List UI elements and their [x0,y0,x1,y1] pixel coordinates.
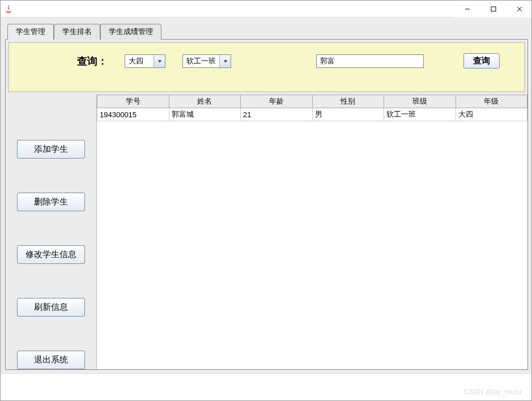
cell-age[interactable]: 21 [241,108,313,121]
delete-student-button[interactable]: 删除学生 [17,193,85,211]
window-controls [454,1,532,18]
cell-id[interactable]: 194300015 [97,108,169,121]
tab-label: 学生排名 [62,27,92,36]
button-label: 刷新信息 [34,302,68,312]
button-label: 添加学生 [34,144,68,153]
query-button[interactable]: 查询 [463,53,500,69]
java-app-icon [4,5,13,14]
query-panel: 查询： 大四 软工一班 查询 [8,42,525,92]
refresh-button[interactable]: 刷新信息 [17,298,85,317]
button-label: 删除学生 [34,197,68,206]
name-input[interactable] [316,54,424,68]
col-gender[interactable]: 性别 [312,95,384,108]
grade-select[interactable]: 大四 [125,54,165,68]
tab-label: 学生成绩管理 [109,27,153,36]
maximize-button[interactable] [480,1,507,18]
tab-label: 学生管理 [16,27,45,36]
button-label: 修改学生信息 [25,249,76,259]
sidebar: 添加学生 删除学生 修改学生信息 刷新信息 退出系统 [6,95,96,369]
dropdown-icon [154,55,165,67]
table-row[interactable]: 194300015 郭富城 21 男 软工一班 大四 [97,108,527,121]
student-table[interactable]: 学号 姓名 年龄 性别 班级 年级 194300015 郭富城 21 [97,95,527,121]
table-empty-area [97,121,527,369]
cell-name[interactable]: 郭富城 [169,108,241,121]
close-button[interactable] [507,1,532,18]
titlebar-left [1,5,16,14]
class-select[interactable]: 软工一班 [182,54,231,68]
watermark: CSDN @jay_musu [464,388,521,396]
cell-class[interactable]: 软工一班 [384,108,456,121]
svg-marker-5 [223,60,227,62]
query-label: 查询： [77,54,108,68]
tab-student-manage[interactable]: 学生管理 [7,24,54,40]
table-area: 学号 姓名 年龄 性别 班级 年级 194300015 郭富城 21 [96,95,527,369]
titlebar [1,1,532,18]
tab-content: 查询： 大四 软工一班 查询 添加学生 删除学生 修改学生信息 刷新信息 退出系… [5,39,528,370]
query-button-label: 查询 [473,56,490,65]
col-id[interactable]: 学号 [97,95,169,108]
lower-area: 添加学生 删除学生 修改学生信息 刷新信息 退出系统 学号 姓名 年龄 性别 班… [6,95,527,369]
client-area: 学生管理 学生排名 学生成绩管理 查询： 大四 软工一班 查询 添加学生 [1,18,532,374]
col-age[interactable]: 年龄 [241,95,313,108]
class-select-value: 软工一班 [183,55,219,67]
tabstrip: 学生管理 学生排名 学生成绩管理 [7,23,528,39]
col-grade[interactable]: 年级 [456,95,527,108]
exit-button[interactable]: 退出系统 [17,351,85,369]
dropdown-icon [219,55,231,67]
add-student-button[interactable]: 添加学生 [17,140,85,159]
cell-gender[interactable]: 男 [312,108,384,121]
minimize-button[interactable] [454,1,480,18]
tab-student-rank[interactable]: 学生排名 [54,24,100,40]
grade-select-value: 大四 [125,55,154,67]
edit-student-button[interactable]: 修改学生信息 [17,245,85,264]
col-class[interactable]: 班级 [384,95,456,108]
tab-score-manage[interactable]: 学生成绩管理 [100,24,161,40]
svg-rect-1 [491,7,496,11]
col-name[interactable]: 姓名 [169,95,241,108]
button-label: 退出系统 [34,355,68,364]
table-header-row: 学号 姓名 年龄 性别 班级 年级 [97,95,527,108]
svg-marker-4 [158,60,161,62]
cell-grade[interactable]: 大四 [456,108,527,121]
